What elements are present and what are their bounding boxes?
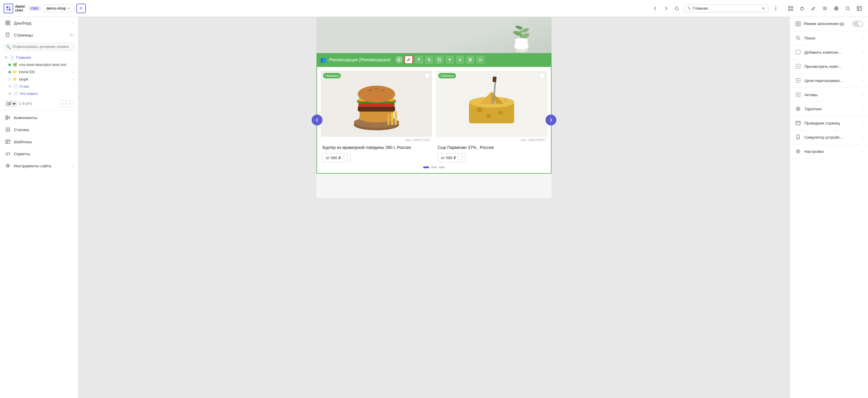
tree-item-about[interactable]: ✎ 📄 О нас: [0, 83, 78, 90]
svg-point-6: [775, 9, 776, 10]
carousel-dot-1[interactable]: [423, 166, 429, 168]
carousel-prev-button[interactable]: [312, 115, 322, 125]
tree-whatsnew-label: Что нового: [20, 92, 38, 96]
more-button[interactable]: [771, 4, 781, 13]
svg-point-46: [381, 90, 384, 91]
sidebar-item-pages[interactable]: Страницы ↻: [0, 29, 78, 41]
tree-item-home-en[interactable]: 📁 Home EN ›: [0, 68, 78, 76]
sidebar-search-input[interactable]: [4, 43, 74, 51]
scripts-label: Скрипты: [14, 152, 73, 156]
plant-decoration: [509, 20, 533, 53]
rec-toolbar: F G: [396, 56, 485, 64]
rec-f-button[interactable]: F: [415, 56, 423, 64]
target-folder-icon: 📁: [13, 77, 17, 82]
nav-controls: [650, 4, 682, 13]
sidebar-item-site-tools[interactable]: Инструменты сайта ›: [0, 160, 78, 172]
globe-icon[interactable]: [831, 3, 841, 13]
panel-item-page-explorer[interactable]: Проводник страниц ›: [790, 116, 868, 130]
svg-point-52: [476, 108, 483, 112]
sidebar-item-scripts[interactable]: Скрипты: [0, 148, 78, 160]
grid-icon[interactable]: [785, 3, 796, 13]
tree-home-en-label: Home EN: [19, 70, 35, 74]
product-price-button-cheese[interactable]: от 580 ₽: [438, 153, 466, 162]
product-checkbox-cheese[interactable]: [539, 73, 545, 79]
product-art-burger: Арт. 1000711DC: [321, 137, 432, 143]
svg-point-67: [798, 80, 799, 81]
refresh-button[interactable]: [672, 4, 682, 13]
svg-point-75: [797, 150, 799, 152]
fill-mode-toggle[interactable]: [852, 21, 863, 27]
carousel-dot-3[interactable]: [439, 166, 445, 168]
right-panel: Режим заполнения (р) Поиск › Добавить ко…: [789, 17, 868, 398]
edit-icon[interactable]: [808, 3, 818, 13]
pagination-prev[interactable]: ‹: [59, 100, 66, 107]
target-dot: [8, 78, 11, 81]
svg-rect-7: [788, 6, 790, 8]
rec-copy-button[interactable]: [435, 56, 444, 64]
rec-down-button[interactable]: [456, 56, 464, 64]
sidebar-item-components[interactable]: Компоненты: [0, 112, 78, 124]
panel-item-settings[interactable]: Настройки ›: [790, 145, 868, 159]
panel-settings-icon: [795, 148, 801, 155]
power-icon[interactable]: [797, 3, 807, 13]
toolbar-icons: [785, 3, 864, 13]
target-chevron-icon: ›: [72, 78, 73, 81]
sidebar-item-templates[interactable]: Шаблоны: [0, 136, 78, 148]
panel-item-drag-targets[interactable]: Цели перетаскиван... ›: [790, 73, 868, 88]
panel-assets-label: Активы: [804, 93, 859, 97]
url-bar[interactable]: ✎ Главная ▼: [684, 4, 769, 12]
tree-item-cms-level[interactable]: 🌿 cms-level-descriptor.level.xml: [0, 61, 78, 68]
pagination-next[interactable]: ›: [67, 100, 73, 107]
table-icon[interactable]: [854, 3, 864, 13]
product-price-button-burger[interactable]: от 580 ₽: [322, 153, 351, 162]
tree-item-target[interactable]: 📁 target ›: [0, 76, 78, 83]
rec-close-button[interactable]: [396, 56, 403, 63]
carousel-next-button[interactable]: [546, 115, 556, 125]
panel-search-icon: [795, 35, 801, 41]
panel-item-device-simulator[interactable]: Симулятор устройс... ›: [790, 130, 868, 145]
svg-point-34: [515, 38, 528, 43]
rec-up-button[interactable]: [445, 56, 454, 64]
pages-refresh-icon[interactable]: ↻: [70, 33, 73, 37]
canvas-inner: 👥 Рекомендации (Рекомендации): [79, 17, 789, 398]
back-button[interactable]: [650, 4, 660, 13]
rec-delete-button[interactable]: [466, 56, 474, 64]
panel-item-add-component[interactable]: Добавить компоне... ›: [790, 45, 868, 59]
product-checkbox-burger[interactable]: [424, 73, 430, 79]
panel-view-component-icon: [795, 63, 801, 70]
panel-item-search[interactable]: Поиск ›: [790, 31, 868, 45]
product-art-cheese: Арт. 1000709DC: [436, 137, 547, 143]
panel-settings-chevron-icon: ›: [862, 149, 863, 153]
sidebar-item-static[interactable]: Статика: [0, 124, 78, 136]
price-add-checkbox-cheese[interactable]: [458, 155, 463, 160]
panel-item-view-component[interactable]: Просмотреть комп... ›: [790, 59, 868, 73]
sidebar-item-dashboard[interactable]: Дашборд ›: [0, 17, 78, 29]
product-title-cheese: Сыр Пармезан 37% , Россия: [436, 143, 547, 151]
add-button[interactable]: +: [76, 4, 86, 13]
forward-button[interactable]: [661, 4, 671, 13]
canvas-area: 👥 Рекомендации (Рекомендации): [79, 17, 789, 398]
home-edit-icon: ✎: [5, 56, 8, 60]
shop-selector[interactable]: demo-shop ▼: [43, 4, 74, 12]
rec-g-button[interactable]: G: [425, 56, 433, 64]
svg-point-60: [503, 99, 507, 102]
menu-icon[interactable]: [820, 3, 830, 13]
svg-point-63: [796, 36, 799, 39]
rec-edit-button[interactable]: [404, 56, 413, 64]
carousel-dot-2[interactable]: [431, 166, 437, 168]
topbar: digital chief_ CMS demo-shop ▼ + ✎ Главн…: [0, 0, 868, 17]
tree-item-home[interactable]: ✎ 📄 Главная: [0, 54, 78, 61]
search-icon[interactable]: [843, 3, 853, 13]
product-card-cheese: Новинка: [436, 70, 547, 164]
panel-item-targeting[interactable]: Таргетинг ›: [790, 102, 868, 116]
panel-drag-targets-icon: [795, 77, 801, 84]
panel-view-component-chevron-icon: ›: [862, 64, 863, 68]
rec-more-button[interactable]: [476, 56, 485, 64]
panel-item-assets[interactable]: Активы ›: [790, 88, 868, 102]
tree-item-whats-new[interactable]: ✎ 📄 Что нового: [0, 90, 78, 97]
svg-rect-35: [438, 59, 441, 61]
price-add-checkbox-burger[interactable]: [343, 155, 347, 160]
product-new-badge-cheese: Новинка: [438, 73, 456, 79]
per-page-select[interactable]: 10: [5, 101, 17, 107]
whatsnew-edit-icon: ✎: [8, 92, 11, 96]
